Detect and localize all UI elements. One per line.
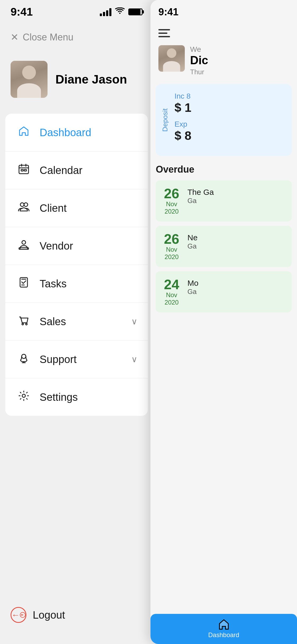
- sales-chevron-icon: ∨: [131, 316, 137, 326]
- calendar-icon: [16, 163, 32, 177]
- sidebar-item-calendar[interactable]: Calendar: [5, 151, 148, 189]
- sales-label: Sales: [40, 316, 66, 328]
- deposit-label: Deposit: [158, 108, 172, 132]
- main-user-section: We Dic Thur: [150, 37, 297, 81]
- main-panel: 9:41 We Dic Thur Deposit Inc 8 $ 1 Exp $…: [150, 0, 297, 644]
- user-name: Diane Jason: [55, 72, 127, 86]
- avatar-image: [11, 61, 48, 98]
- main-user-info: We Dic Thur: [190, 45, 289, 76]
- sidebar-item-client[interactable]: Client: [5, 189, 148, 227]
- overdue-section: Overdue 26 Nov 2020 The Ga Ga 26 Nov 202…: [150, 159, 297, 312]
- bottom-nav-label: Dashboard: [208, 631, 239, 639]
- client-label: Client: [40, 202, 67, 214]
- logout-label: Logout: [33, 609, 65, 621]
- overdue-month-1: Nov: [161, 200, 182, 208]
- vendor-label: Vendor: [40, 240, 73, 252]
- sidebar-item-dashboard[interactable]: Dashboard: [5, 114, 148, 151]
- svg-rect-5: [24, 169, 26, 171]
- bottom-home-icon: [218, 618, 230, 630]
- svg-rect-4: [21, 169, 23, 171]
- overdue-date-1: 26 Nov 2020: [161, 187, 182, 215]
- main-avatar: [158, 45, 185, 72]
- svg-point-8: [22, 241, 26, 244]
- overdue-item[interactable]: 24 Nov 2020 Mo Ga: [156, 271, 292, 312]
- finance-content: Inc 8 $ 1 Exp $ 8: [172, 92, 286, 148]
- logout-button[interactable]: Logout: [11, 607, 65, 623]
- wifi-icon: [115, 7, 125, 17]
- expense-row: Exp $ 8: [175, 120, 286, 143]
- sidebar-item-vendor[interactable]: Vendor: [5, 227, 148, 265]
- overdue-date-3: 24 Nov 2020: [161, 278, 182, 306]
- settings-label: Settings: [40, 391, 78, 403]
- support-icon: [16, 352, 32, 366]
- sales-icon: [16, 314, 32, 329]
- expense-amount: $ 8: [175, 128, 286, 143]
- overdue-item[interactable]: 26 Nov 2020 The Ga Ga: [156, 180, 292, 222]
- sidebar-item-sales[interactable]: Sales ∨: [5, 303, 148, 341]
- overdue-title: Overdue: [156, 164, 292, 175]
- overdue-month-3: Nov: [161, 291, 182, 299]
- svg-point-15: [22, 354, 26, 358]
- svg-point-13: [22, 323, 23, 325]
- home-icon: [16, 125, 32, 140]
- svg-point-17: [22, 394, 25, 397]
- bottom-nav: Dashboard: [150, 607, 297, 644]
- overdue-year-1: 2020: [161, 208, 182, 215]
- overdue-client-2: Ga: [187, 242, 286, 250]
- close-menu-button[interactable]: ✕ Close Menu: [11, 32, 73, 43]
- nav-menu: Dashboard Calendar: [5, 114, 148, 416]
- svg-point-7: [24, 203, 28, 206]
- svg-point-6: [20, 203, 24, 206]
- hamburger-menu-button[interactable]: [158, 29, 170, 37]
- overdue-item[interactable]: 26 Nov 2020 Ne Ga: [156, 226, 292, 267]
- svg-point-14: [26, 323, 27, 325]
- svg-rect-0: [19, 165, 29, 174]
- income-row: Inc 8 $ 1: [175, 92, 286, 115]
- bottom-nav-dashboard[interactable]: Dashboard: [150, 614, 297, 644]
- main-date-text: Thur: [190, 68, 289, 76]
- battery-icon: [128, 8, 143, 15]
- overdue-client-3: Ga: [187, 288, 286, 296]
- tasks-label: Tasks: [40, 278, 67, 290]
- overdue-day-2: 26: [161, 232, 182, 246]
- income-amount: $ 1: [175, 100, 286, 115]
- close-menu-label: Close Menu: [23, 32, 73, 43]
- status-icons: [100, 7, 143, 17]
- overdue-month-2: Nov: [161, 246, 182, 253]
- sidebar-item-support[interactable]: Support ∨: [5, 341, 148, 378]
- finance-card: Deposit Inc 8 $ 1 Exp $ 8: [156, 84, 292, 156]
- main-status-time: 9:41: [158, 6, 178, 18]
- sidebar-item-settings[interactable]: Settings: [5, 378, 148, 416]
- menu-panel: 9:41 ✕ Close Menu D: [0, 0, 153, 644]
- main-status-bar: 9:41: [150, 0, 297, 24]
- status-time: 9:41: [11, 6, 33, 18]
- tasks-icon: [16, 277, 32, 291]
- settings-icon: [16, 390, 32, 404]
- overdue-year-3: 2020: [161, 299, 182, 306]
- client-icon: [16, 201, 32, 215]
- overdue-name-1: The Ga: [187, 188, 286, 197]
- overdue-day-3: 24: [161, 278, 182, 291]
- support-chevron-icon: ∨: [131, 354, 137, 364]
- avatar: [11, 61, 48, 98]
- signal-icon: [100, 8, 111, 16]
- sidebar-item-tasks[interactable]: Tasks: [5, 265, 148, 303]
- overdue-client-1: Ga: [187, 197, 286, 205]
- vendor-icon: [16, 239, 32, 253]
- user-profile: Diane Jason: [11, 61, 127, 98]
- main-header: [150, 24, 297, 37]
- overdue-day-1: 26: [161, 187, 182, 200]
- close-icon: ✕: [11, 32, 18, 43]
- overdue-name-2: Ne: [187, 233, 286, 242]
- overdue-name-3: Mo: [187, 279, 286, 288]
- overdue-info-3: Mo Ga: [187, 278, 286, 296]
- expense-label: Exp: [175, 120, 286, 128]
- overdue-info-1: The Ga Ga: [187, 187, 286, 205]
- overdue-year-2: 2020: [161, 253, 182, 261]
- support-label: Support: [40, 353, 77, 365]
- calendar-label: Calendar: [40, 164, 82, 176]
- dashboard-label: Dashboard: [40, 127, 91, 139]
- overdue-date-2: 26 Nov 2020: [161, 232, 182, 261]
- main-user-name: Dic: [190, 54, 289, 67]
- income-label: Inc 8: [175, 92, 286, 100]
